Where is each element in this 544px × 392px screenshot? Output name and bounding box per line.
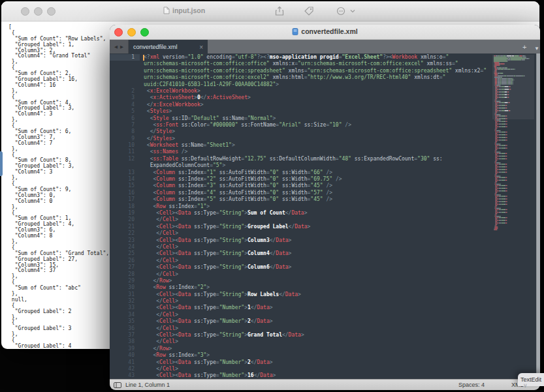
code-line[interactable]: 5 <Styles> — [110, 108, 540, 115]
code-line[interactable]: 10 <Worksheet ss:Name="Sheet1"> — [110, 142, 540, 149]
code-line[interactable]: uuid:C2F41010-65B3-11d1-A29F-00AA00C1488… — [110, 82, 540, 88]
code-line[interactable]: 7 <ss:Font ss:Color="#000000" ss:FontNam… — [110, 122, 540, 128]
code-line[interactable]: urn:schemas-microsoft-com:office:spreads… — [110, 68, 540, 74]
code-text[interactable]: <Cell><Data ss:Type="String">Column3</Da… — [140, 237, 291, 244]
code-text[interactable]: </Styles> — [140, 136, 175, 142]
code-text[interactable]: urn:schemas-microsoft-com:office:office"… — [140, 61, 458, 67]
code-line[interactable]: 42 </Cell> — [110, 366, 540, 372]
code-text[interactable]: <?xml version="1.0" encoding="utf-8"?><?… — [140, 54, 449, 61]
code-text[interactable]: <x:ExcelWorkbook> — [140, 88, 200, 95]
code-line[interactable]: 39 </Row> — [110, 346, 540, 352]
code-text[interactable]: <Cell><Data ss:Type="String">Grand Total… — [140, 332, 304, 339]
code-text[interactable]: <Cell><Data ss:Type="String">Sum of Coun… — [140, 210, 308, 217]
code-text[interactable]: <ss:Table ss:DefaultRowHeight="12.75" ss… — [140, 156, 443, 162]
more-options-icon[interactable] — [336, 6, 347, 16]
code-text[interactable]: ExpandedColumnCount="5"> — [140, 162, 225, 169]
code-text[interactable]: <Cell><Data ss:Type="String">Row Labels<… — [140, 292, 301, 298]
code-text[interactable]: <Row ss:Index="3"> — [140, 352, 210, 359]
code-text[interactable]: </Cell> — [140, 230, 178, 237]
code-text[interactable]: <Column ss:Index="5" ss:AutoFitWidth="0"… — [140, 196, 332, 203]
code-line[interactable]: 25 <Cell><Data ss:Type="String">Column4<… — [110, 250, 540, 257]
code-text[interactable]: <x:ActiveSheet>0</x:ActiveSheet> — [140, 95, 251, 101]
code-text[interactable]: <ss:Names /> — [140, 149, 187, 155]
code-line[interactable]: 12 <ss:Table ss:DefaultRowHeight="12.75"… — [110, 156, 540, 162]
code-line[interactable]: 31 <Cell><Data ss:Type="String">Row Labe… — [110, 292, 540, 298]
code-line[interactable]: 13 <Column ss:Index="1" ss:AutoFitWidth=… — [110, 170, 540, 176]
code-line[interactable]: 21 <Cell><Data ss:Type="String">Grouped … — [110, 224, 540, 230]
code-text[interactable]: </Row> — [140, 346, 172, 352]
code-text[interactable]: </Cell> — [140, 217, 178, 223]
tab-convertedfile[interactable]: convertedfile.xml × — [129, 40, 208, 54]
sidebar-toggle-icon[interactable] — [114, 382, 121, 388]
code-text[interactable]: uuid:C2F41010-65B3-11d1-A29F-00AA00C1488… — [140, 82, 279, 88]
code-text[interactable]: </Cell> — [140, 312, 178, 318]
code-line[interactable]: 41 <Cell><Data ss:Type="Number">2</Data> — [110, 359, 540, 366]
code-line[interactable]: 8 </Style> — [110, 128, 540, 135]
tab-close-icon[interactable]: × — [199, 44, 203, 51]
chevron-down-icon[interactable] — [350, 6, 355, 16]
share-icon[interactable] — [274, 6, 285, 16]
code-line[interactable]: 34 </Cell> — [110, 312, 540, 318]
code-line[interactable]: urn:schemas-microsoft-com:office:office"… — [110, 61, 540, 67]
code-text[interactable]: </Row> — [140, 278, 172, 284]
code-line[interactable]: 3 <x:ActiveSheet>0</x:ActiveSheet> — [110, 95, 540, 101]
code-line[interactable]: 4 </x:ExcelWorkbook> — [110, 102, 540, 108]
code-line[interactable]: 30 <Row ss:Index="2"> — [110, 284, 540, 291]
code-text[interactable]: urn:schemas-microsoft-com:office:spreads… — [140, 68, 487, 74]
code-text[interactable]: <Column ss:Index="3" ss:AutoFitWidth="0"… — [140, 183, 332, 189]
code-line[interactable]: 6 <Style ss:ID="Default" ss:Name="Normal… — [110, 115, 540, 122]
code-line[interactable]: 14 <Column ss:Index="2" ss:AutoFitWidth=… — [110, 176, 540, 183]
code-line[interactable]: 24 </Cell> — [110, 244, 540, 250]
code-line[interactable]: 33 <Cell><Data ss:Type="Number">1</Data> — [110, 305, 540, 311]
code-line[interactable]: 9 </Styles> — [110, 136, 540, 142]
code-text[interactable]: <Row ss:Index="1"> — [140, 204, 210, 210]
close-button[interactable] — [21, 7, 29, 16]
code-line[interactable]: 27 <Cell><Data ss:Type="String">Column6<… — [110, 264, 540, 271]
code-line[interactable]: 22 </Cell> — [110, 230, 540, 237]
code-text[interactable]: </Cell> — [140, 258, 178, 264]
code-text[interactable]: </Cell> — [140, 325, 178, 332]
code-text[interactable]: </Cell> — [140, 244, 178, 250]
new-tab-button[interactable]: + — [522, 42, 526, 52]
code-text[interactable]: </Style> — [140, 128, 175, 135]
code-line[interactable]: 11 <ss:Names /> — [110, 149, 540, 155]
tab-overflow-icon[interactable]: ▼ — [534, 44, 539, 54]
code-line[interactable]: 18 <Row ss:Index="1"> — [110, 204, 540, 210]
scrollbar-fragment[interactable] — [0, 151, 3, 176]
code-line[interactable]: 36 </Cell> — [110, 325, 540, 332]
textedit-titlebar[interactable]: input.json — [1, 1, 539, 22]
code-text[interactable]: </x:ExcelWorkbook> — [140, 102, 204, 108]
editor-area[interactable]: 1<?xml version="1.0" encoding="utf-8"?><… — [110, 53, 540, 380]
code-line[interactable]: ExpandedColumnCount="5"> — [110, 162, 540, 169]
editor-titlebar[interactable]: convertedfile.xml — [110, 25, 540, 40]
code-line[interactable]: 35 <Cell><Data ss:Type="Number">2</Data> — [110, 318, 540, 325]
code-line[interactable]: 20 </Cell> — [110, 217, 540, 223]
code-line[interactable]: 16 <Column ss:Index="4" ss:AutoFitWidth=… — [110, 190, 540, 196]
code-line[interactable]: 28 </Cell> — [110, 271, 540, 278]
indentation-menu[interactable]: Spaces: 4 — [458, 382, 485, 388]
code-text[interactable]: <Cell><Data ss:Type="Number">2</Data> — [140, 318, 273, 325]
nav-forward-icon[interactable]: ▶ — [120, 44, 123, 50]
code-text[interactable]: <Cell><Data ss:Type="String">Grouped Lab… — [140, 224, 310, 230]
vertical-scrollbar[interactable] — [536, 53, 540, 380]
code-line[interactable]: 26 </Cell> — [110, 258, 540, 264]
code-text[interactable]: <Column ss:Index="4" ss:AutoFitWidth="0"… — [140, 190, 332, 196]
minimap[interactable] — [492, 55, 534, 250]
code-text[interactable]: <Column ss:Index="2" ss:AutoFitWidth="0"… — [140, 176, 342, 183]
code-text[interactable]: </Cell> — [140, 339, 178, 345]
code-line[interactable]: 17 <Column ss:Index="5" ss:AutoFitWidth=… — [110, 196, 540, 203]
code-text[interactable]: <Column ss:Index="1" ss:AutoFitWidth="0"… — [140, 170, 332, 176]
code-text[interactable]: <Worksheet ss:Name="Sheet1"> — [140, 142, 235, 149]
code-text[interactable]: <Cell><Data ss:Type="String">Column6</Da… — [140, 264, 291, 271]
zoom-button[interactable] — [47, 7, 56, 16]
minimize-button[interactable] — [34, 7, 42, 16]
code-text[interactable]: </Cell> — [140, 271, 178, 278]
nav-back-icon[interactable]: ◀ — [114, 44, 118, 50]
code-text[interactable]: urn:schemas-microsoft-com:office:excel2"… — [140, 74, 445, 81]
code-text[interactable]: <Cell><Data ss:Type="String">Column4</Da… — [140, 250, 291, 257]
code-view[interactable]: 1<?xml version="1.0" encoding="utf-8"?><… — [110, 54, 540, 380]
code-line[interactable]: urn:schemas-microsoft-com:office:excel2"… — [110, 74, 540, 81]
code-text[interactable]: <Style ss:ID="Default" ss:Name="Normal"> — [140, 115, 276, 122]
code-text[interactable]: <Cell><Data ss:Type="Number">2</Data> — [140, 359, 273, 366]
code-text[interactable]: <ss:Font ss:Color="#000000" ss:FontName=… — [140, 122, 351, 128]
